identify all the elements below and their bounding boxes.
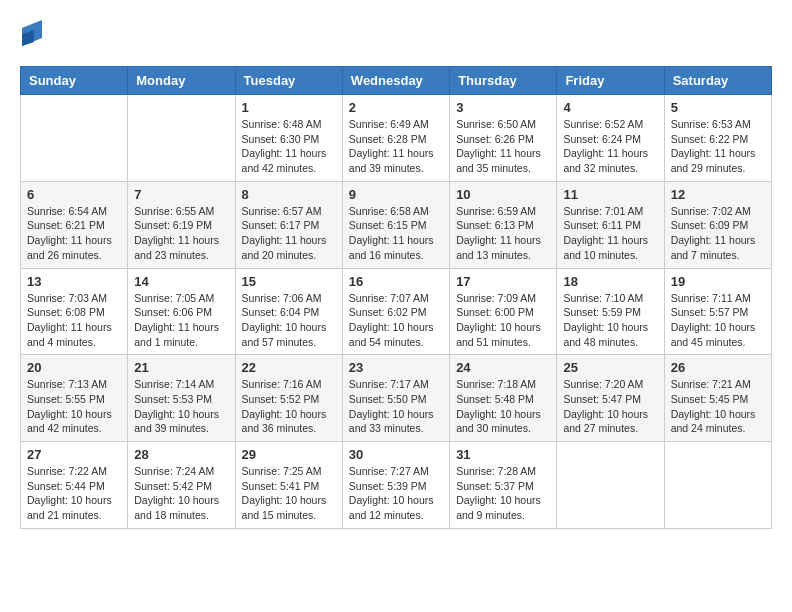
day-info: Sunrise: 6:50 AM Sunset: 6:26 PM Dayligh… xyxy=(456,117,550,176)
day-info: Sunrise: 7:06 AM Sunset: 6:04 PM Dayligh… xyxy=(242,291,336,350)
day-number: 23 xyxy=(349,360,443,375)
day-info: Sunrise: 7:13 AM Sunset: 5:55 PM Dayligh… xyxy=(27,377,121,436)
day-info: Sunrise: 7:18 AM Sunset: 5:48 PM Dayligh… xyxy=(456,377,550,436)
day-info: Sunrise: 6:59 AM Sunset: 6:13 PM Dayligh… xyxy=(456,204,550,263)
day-number: 10 xyxy=(456,187,550,202)
calendar-cell: 5Sunrise: 6:53 AM Sunset: 6:22 PM Daylig… xyxy=(664,95,771,182)
day-number: 30 xyxy=(349,447,443,462)
day-info: Sunrise: 6:55 AM Sunset: 6:19 PM Dayligh… xyxy=(134,204,228,263)
calendar-cell: 27Sunrise: 7:22 AM Sunset: 5:44 PM Dayli… xyxy=(21,442,128,529)
day-number: 28 xyxy=(134,447,228,462)
calendar-cell: 9Sunrise: 6:58 AM Sunset: 6:15 PM Daylig… xyxy=(342,181,449,268)
day-info: Sunrise: 7:10 AM Sunset: 5:59 PM Dayligh… xyxy=(563,291,657,350)
day-info: Sunrise: 7:05 AM Sunset: 6:06 PM Dayligh… xyxy=(134,291,228,350)
weekday-header-thursday: Thursday xyxy=(450,67,557,95)
day-info: Sunrise: 7:03 AM Sunset: 6:08 PM Dayligh… xyxy=(27,291,121,350)
day-number: 27 xyxy=(27,447,121,462)
day-info: Sunrise: 6:54 AM Sunset: 6:21 PM Dayligh… xyxy=(27,204,121,263)
calendar-cell: 1Sunrise: 6:48 AM Sunset: 6:30 PM Daylig… xyxy=(235,95,342,182)
calendar-cell: 20Sunrise: 7:13 AM Sunset: 5:55 PM Dayli… xyxy=(21,355,128,442)
weekday-header-monday: Monday xyxy=(128,67,235,95)
day-number: 13 xyxy=(27,274,121,289)
calendar-week-row: 13Sunrise: 7:03 AM Sunset: 6:08 PM Dayli… xyxy=(21,268,772,355)
calendar-cell: 18Sunrise: 7:10 AM Sunset: 5:59 PM Dayli… xyxy=(557,268,664,355)
day-number: 20 xyxy=(27,360,121,375)
day-info: Sunrise: 7:07 AM Sunset: 6:02 PM Dayligh… xyxy=(349,291,443,350)
weekday-header-sunday: Sunday xyxy=(21,67,128,95)
calendar-cell: 22Sunrise: 7:16 AM Sunset: 5:52 PM Dayli… xyxy=(235,355,342,442)
calendar-cell: 8Sunrise: 6:57 AM Sunset: 6:17 PM Daylig… xyxy=(235,181,342,268)
calendar-cell: 16Sunrise: 7:07 AM Sunset: 6:02 PM Dayli… xyxy=(342,268,449,355)
day-info: Sunrise: 6:49 AM Sunset: 6:28 PM Dayligh… xyxy=(349,117,443,176)
day-info: Sunrise: 6:58 AM Sunset: 6:15 PM Dayligh… xyxy=(349,204,443,263)
day-info: Sunrise: 7:21 AM Sunset: 5:45 PM Dayligh… xyxy=(671,377,765,436)
day-number: 19 xyxy=(671,274,765,289)
day-info: Sunrise: 7:25 AM Sunset: 5:41 PM Dayligh… xyxy=(242,464,336,523)
day-number: 14 xyxy=(134,274,228,289)
day-number: 31 xyxy=(456,447,550,462)
day-info: Sunrise: 6:52 AM Sunset: 6:24 PM Dayligh… xyxy=(563,117,657,176)
calendar-cell: 19Sunrise: 7:11 AM Sunset: 5:57 PM Dayli… xyxy=(664,268,771,355)
calendar-week-row: 27Sunrise: 7:22 AM Sunset: 5:44 PM Dayli… xyxy=(21,442,772,529)
weekday-header-saturday: Saturday xyxy=(664,67,771,95)
day-info: Sunrise: 7:22 AM Sunset: 5:44 PM Dayligh… xyxy=(27,464,121,523)
day-number: 2 xyxy=(349,100,443,115)
calendar-cell: 3Sunrise: 6:50 AM Sunset: 6:26 PM Daylig… xyxy=(450,95,557,182)
day-number: 24 xyxy=(456,360,550,375)
calendar-cell: 28Sunrise: 7:24 AM Sunset: 5:42 PM Dayli… xyxy=(128,442,235,529)
day-info: Sunrise: 7:11 AM Sunset: 5:57 PM Dayligh… xyxy=(671,291,765,350)
weekday-header-tuesday: Tuesday xyxy=(235,67,342,95)
day-number: 16 xyxy=(349,274,443,289)
calendar-cell: 29Sunrise: 7:25 AM Sunset: 5:41 PM Dayli… xyxy=(235,442,342,529)
day-number: 8 xyxy=(242,187,336,202)
calendar-cell: 13Sunrise: 7:03 AM Sunset: 6:08 PM Dayli… xyxy=(21,268,128,355)
calendar-cell xyxy=(664,442,771,529)
day-info: Sunrise: 6:53 AM Sunset: 6:22 PM Dayligh… xyxy=(671,117,765,176)
day-number: 1 xyxy=(242,100,336,115)
weekday-header-wednesday: Wednesday xyxy=(342,67,449,95)
day-info: Sunrise: 6:57 AM Sunset: 6:17 PM Dayligh… xyxy=(242,204,336,263)
day-number: 5 xyxy=(671,100,765,115)
day-info: Sunrise: 7:17 AM Sunset: 5:50 PM Dayligh… xyxy=(349,377,443,436)
calendar-week-row: 20Sunrise: 7:13 AM Sunset: 5:55 PM Dayli… xyxy=(21,355,772,442)
day-number: 17 xyxy=(456,274,550,289)
calendar-cell: 12Sunrise: 7:02 AM Sunset: 6:09 PM Dayli… xyxy=(664,181,771,268)
day-number: 12 xyxy=(671,187,765,202)
calendar-cell xyxy=(128,95,235,182)
day-info: Sunrise: 7:16 AM Sunset: 5:52 PM Dayligh… xyxy=(242,377,336,436)
day-info: Sunrise: 7:14 AM Sunset: 5:53 PM Dayligh… xyxy=(134,377,228,436)
day-info: Sunrise: 7:02 AM Sunset: 6:09 PM Dayligh… xyxy=(671,204,765,263)
logo xyxy=(20,20,42,50)
calendar-cell: 6Sunrise: 6:54 AM Sunset: 6:21 PM Daylig… xyxy=(21,181,128,268)
day-number: 7 xyxy=(134,187,228,202)
day-info: Sunrise: 6:48 AM Sunset: 6:30 PM Dayligh… xyxy=(242,117,336,176)
day-number: 25 xyxy=(563,360,657,375)
day-number: 18 xyxy=(563,274,657,289)
calendar-cell: 4Sunrise: 6:52 AM Sunset: 6:24 PM Daylig… xyxy=(557,95,664,182)
day-info: Sunrise: 7:28 AM Sunset: 5:37 PM Dayligh… xyxy=(456,464,550,523)
day-number: 9 xyxy=(349,187,443,202)
day-number: 3 xyxy=(456,100,550,115)
calendar-cell xyxy=(21,95,128,182)
day-number: 15 xyxy=(242,274,336,289)
calendar-week-row: 1Sunrise: 6:48 AM Sunset: 6:30 PM Daylig… xyxy=(21,95,772,182)
calendar-cell: 31Sunrise: 7:28 AM Sunset: 5:37 PM Dayli… xyxy=(450,442,557,529)
calendar-cell: 23Sunrise: 7:17 AM Sunset: 5:50 PM Dayli… xyxy=(342,355,449,442)
day-info: Sunrise: 7:01 AM Sunset: 6:11 PM Dayligh… xyxy=(563,204,657,263)
day-number: 21 xyxy=(134,360,228,375)
calendar-cell: 10Sunrise: 6:59 AM Sunset: 6:13 PM Dayli… xyxy=(450,181,557,268)
day-number: 26 xyxy=(671,360,765,375)
page-header xyxy=(20,20,772,50)
day-number: 6 xyxy=(27,187,121,202)
calendar-cell: 30Sunrise: 7:27 AM Sunset: 5:39 PM Dayli… xyxy=(342,442,449,529)
calendar-week-row: 6Sunrise: 6:54 AM Sunset: 6:21 PM Daylig… xyxy=(21,181,772,268)
calendar-cell: 2Sunrise: 6:49 AM Sunset: 6:28 PM Daylig… xyxy=(342,95,449,182)
calendar-cell: 7Sunrise: 6:55 AM Sunset: 6:19 PM Daylig… xyxy=(128,181,235,268)
day-info: Sunrise: 7:20 AM Sunset: 5:47 PM Dayligh… xyxy=(563,377,657,436)
day-number: 22 xyxy=(242,360,336,375)
weekday-header-row: SundayMondayTuesdayWednesdayThursdayFrid… xyxy=(21,67,772,95)
calendar-cell: 24Sunrise: 7:18 AM Sunset: 5:48 PM Dayli… xyxy=(450,355,557,442)
calendar-cell: 15Sunrise: 7:06 AM Sunset: 6:04 PM Dayli… xyxy=(235,268,342,355)
calendar-cell: 14Sunrise: 7:05 AM Sunset: 6:06 PM Dayli… xyxy=(128,268,235,355)
logo-icon xyxy=(22,20,42,50)
